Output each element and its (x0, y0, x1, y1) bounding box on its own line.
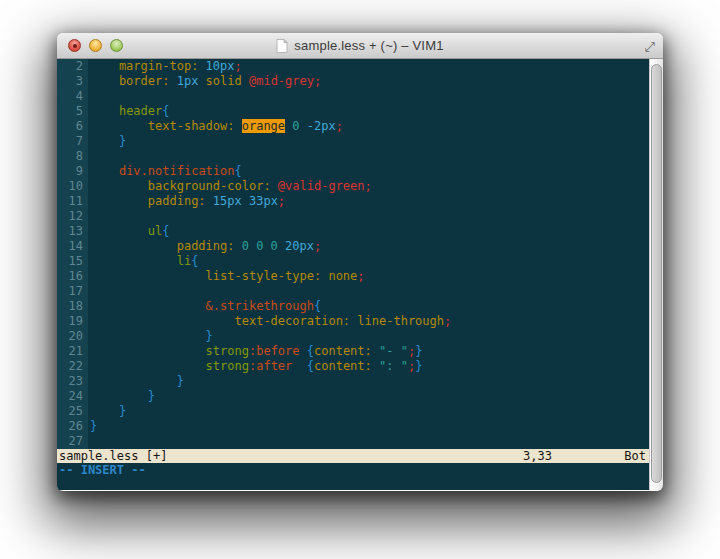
line-number: 8 (57, 149, 88, 164)
traffic-lights (68, 33, 123, 58)
code-line[interactable]: 7 } (57, 134, 649, 149)
code-line[interactable]: 9 div.notification{ (57, 164, 649, 179)
line-number: 24 (57, 389, 88, 404)
code-text (88, 284, 90, 299)
code-line[interactable]: 10 background-color: @valid-green; (57, 179, 649, 194)
line-number: 7 (57, 134, 88, 149)
code-line[interactable]: 8 (57, 149, 649, 164)
code-area[interactable]: 2 margin-top: 10px;3 border: 1px solid @… (57, 59, 649, 449)
code-text: list-style-type: none; (88, 269, 365, 284)
statusbar: sample.less [+] 3,33 Bot (57, 449, 649, 463)
code-text: header{ (88, 104, 170, 119)
editor-body: 2 margin-top: 10px;3 border: 1px solid @… (57, 59, 663, 490)
code-text: li{ (88, 254, 198, 269)
code-line[interactable]: 3 border: 1px solid @mid-grey; (57, 74, 649, 89)
code-line[interactable]: 20 } (57, 329, 649, 344)
code-text: ul{ (88, 224, 169, 239)
line-number: 19 (57, 314, 88, 329)
line-number: 3 (57, 74, 88, 89)
code-text: } (88, 329, 213, 344)
code-line[interactable]: 25 } (57, 404, 649, 419)
code-text: } (88, 419, 97, 434)
code-line[interactable]: 27 (57, 434, 649, 449)
line-number: 18 (57, 299, 88, 314)
command-line: -- INSERT -- (57, 463, 649, 490)
code-text: strong:before {content: "- ";} (88, 344, 422, 359)
code-line[interactable]: 23 } (57, 374, 649, 389)
code-line[interactable]: 11 padding: 15px 33px; (57, 194, 649, 209)
line-number: 27 (57, 434, 88, 449)
minimize-button[interactable] (89, 39, 102, 52)
line-number: 4 (57, 89, 88, 104)
line-number: 10 (57, 179, 88, 194)
code-line[interactable]: 6 text-shadow: orange 0 -2px; (57, 119, 649, 134)
code-line[interactable]: 21 strong:before {content: "- ";} (57, 344, 649, 359)
code-text: &.strikethrough{ (88, 299, 321, 314)
code-text: } (88, 389, 155, 404)
code-text: } (88, 374, 184, 389)
editor-main: 2 margin-top: 10px;3 border: 1px solid @… (57, 59, 649, 490)
code-text: text-decoration: line-through; (88, 314, 451, 329)
code-text: border: 1px solid @mid-grey; (88, 74, 321, 89)
code-text: margin-top: 10px; (88, 59, 242, 74)
line-number: 20 (57, 329, 88, 344)
code-line[interactable]: 13 ul{ (57, 224, 649, 239)
code-line[interactable]: 16 list-style-type: none; (57, 269, 649, 284)
line-number: 21 (57, 344, 88, 359)
code-text: background-color: @valid-green; (88, 179, 372, 194)
fullscreen-icon[interactable]: ⤢ (645, 39, 655, 52)
line-number: 22 (57, 359, 88, 374)
code-text: text-shadow: orange 0 -2px; (88, 119, 343, 134)
line-number: 2 (57, 59, 88, 74)
document-icon (276, 39, 288, 53)
code-line[interactable]: 12 (57, 209, 649, 224)
code-line[interactable]: 18 &.strikethrough{ (57, 299, 649, 314)
statusbar-ruler: 3,33 (523, 449, 552, 463)
code-text: padding: 15px 33px; (88, 194, 285, 209)
zoom-button[interactable] (110, 39, 123, 52)
code-text (88, 89, 90, 104)
code-line[interactable]: 26} (57, 419, 649, 434)
vim-window: sample.less + (~) – VIM1 ⤢ 2 margin-top:… (57, 33, 663, 491)
line-number: 15 (57, 254, 88, 269)
code-line[interactable]: 5 header{ (57, 104, 649, 119)
line-number: 11 (57, 194, 88, 209)
code-line[interactable]: 14 padding: 0 0 0 20px; (57, 239, 649, 254)
statusbar-scroll-position: Bot (624, 449, 646, 463)
title-group: sample.less + (~) – VIM1 (276, 38, 443, 53)
line-number: 16 (57, 269, 88, 284)
line-number: 13 (57, 224, 88, 239)
code-text: strong:after {content: ": ";} (88, 359, 422, 374)
line-number: 26 (57, 419, 88, 434)
line-number: 5 (57, 104, 88, 119)
code-line[interactable]: 15 li{ (57, 254, 649, 269)
code-text (88, 434, 90, 449)
line-number: 14 (57, 239, 88, 254)
window-title: sample.less + (~) – VIM1 (294, 38, 443, 53)
scrollbar[interactable] (649, 59, 663, 490)
code-line[interactable]: 24 } (57, 389, 649, 404)
code-text: } (88, 134, 126, 149)
code-line[interactable]: 22 strong:after {content: ": ";} (57, 359, 649, 374)
titlebar[interactable]: sample.less + (~) – VIM1 ⤢ (57, 33, 663, 59)
statusbar-filename: sample.less [+] (59, 449, 167, 463)
code-text: } (88, 404, 126, 419)
line-number: 23 (57, 374, 88, 389)
code-text (88, 149, 90, 164)
line-number: 9 (57, 164, 88, 179)
code-line[interactable]: 4 (57, 89, 649, 104)
code-text: padding: 0 0 0 20px; (88, 239, 321, 254)
scrollbar-thumb[interactable] (651, 64, 662, 483)
line-number: 6 (57, 119, 88, 134)
code-text: div.notification{ (88, 164, 242, 179)
code-line[interactable]: 2 margin-top: 10px; (57, 59, 649, 74)
close-button[interactable] (68, 39, 81, 52)
line-number: 25 (57, 404, 88, 419)
line-number: 17 (57, 284, 88, 299)
line-number: 12 (57, 209, 88, 224)
code-line[interactable]: 19 text-decoration: line-through; (57, 314, 649, 329)
code-text (88, 209, 90, 224)
code-line[interactable]: 17 (57, 284, 649, 299)
